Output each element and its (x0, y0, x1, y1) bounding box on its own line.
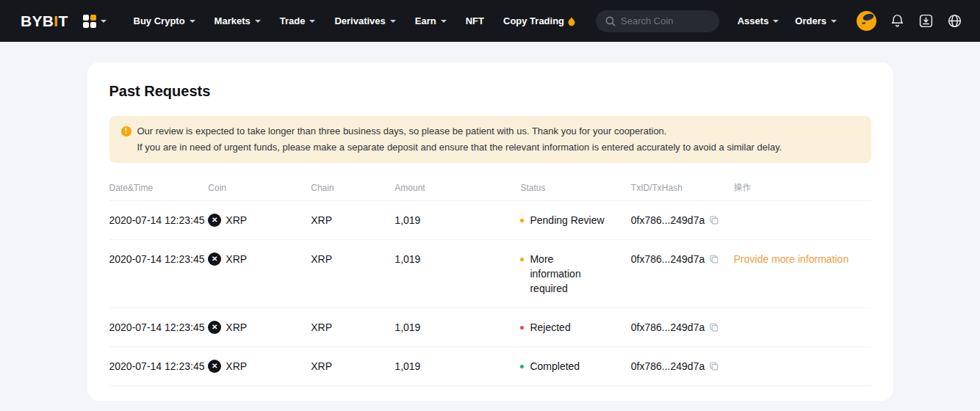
provide-more-information-link[interactable]: Provide more information (734, 253, 849, 265)
chevron-down-icon (101, 20, 107, 23)
table-row: 2020-07-14 12:23:45 ✕ XRP XRP 1,019 Comp… (109, 347, 871, 386)
nav-earn[interactable]: Earn (406, 15, 456, 26)
warning-icon: ! (121, 126, 131, 137)
nav-label: Assets (738, 15, 769, 26)
cell-status: Rejected (520, 320, 630, 335)
cell-chain: XRP (311, 359, 394, 374)
cell-txid: 0fx786...249d7a (631, 213, 734, 228)
cell-txid: 0fx786...249d7a (631, 320, 734, 335)
bybit-logo[interactable]: BYBIT (21, 12, 68, 30)
xrp-coin-icon: ✕ (208, 214, 221, 227)
status-dot (520, 219, 524, 222)
chevron-down-icon (390, 20, 396, 23)
table-row: 2020-07-14 12:23:45 ✕ XRP XRP 1,019 Reje… (109, 308, 871, 347)
cell-coin: ✕ XRP (208, 252, 311, 266)
nav-trade[interactable]: Trade (270, 15, 325, 26)
header-action: 操作 (734, 181, 867, 194)
cell-coin: ✕ XRP (208, 359, 311, 374)
cell-action: Provide more information (734, 252, 867, 266)
apps-menu-button[interactable] (83, 15, 107, 28)
cell-txid: 0fx786...249d7a (631, 252, 734, 266)
main-nav: Buy Crypto Markets Trade Derivatives Ear… (124, 15, 586, 26)
notice-line-1: Our review is expected to take longer th… (137, 123, 782, 139)
notifications-bell-icon[interactable] (890, 13, 905, 29)
cell-txid: 0fx786...249d7a (631, 359, 734, 374)
past-requests-table: Date&Time Coin Chain Amount Status TxID/… (109, 175, 871, 386)
xrp-coin-icon: ✕ (208, 252, 221, 266)
cell-status: Completed (520, 359, 630, 374)
status-label: Completed (530, 359, 580, 374)
nav-markets[interactable]: Markets (205, 15, 270, 26)
cell-datetime: 2020-07-14 12:23:45 (109, 359, 209, 374)
nav-label: Trade (280, 15, 306, 26)
copy-icon[interactable] (709, 215, 719, 225)
chevron-down-icon (190, 20, 195, 23)
nav-assets[interactable]: Assets (729, 15, 788, 26)
header-coin: Coin (208, 183, 311, 193)
table-header-row: Date&Time Coin Chain Amount Status TxID/… (109, 175, 871, 201)
nav-label: Derivatives (334, 15, 385, 26)
nav-nft[interactable]: NFT (456, 15, 494, 26)
header-status: Status (520, 183, 630, 193)
cell-datetime: 2020-07-14 12:23:45 (109, 320, 209, 335)
nav-buy-crypto[interactable]: Buy Crypto (124, 15, 205, 26)
cell-chain: XRP (311, 213, 394, 228)
cell-chain: XRP (311, 252, 394, 266)
copy-icon[interactable] (709, 361, 719, 371)
table-row: 2020-07-14 12:23:45 ✕ XRP XRP 1,019 More… (109, 240, 871, 308)
copy-icon[interactable] (709, 254, 719, 264)
nav-label: Markets (215, 15, 251, 26)
coin-label: XRP (226, 252, 247, 266)
flame-icon (567, 16, 576, 26)
user-avatar[interactable] (857, 11, 876, 31)
xrp-coin-icon: ✕ (208, 360, 221, 373)
cell-coin: ✕ XRP (208, 213, 311, 228)
status-label: Rejected (530, 320, 570, 335)
txid-value: 0fx786...249d7a (631, 213, 705, 228)
navbar-right: Assets Orders (729, 11, 962, 31)
chevron-down-icon (255, 20, 261, 23)
chevron-down-icon (773, 20, 779, 23)
past-requests-card: Past Requests ! Our review is expected t… (87, 62, 893, 401)
chevron-down-icon (441, 20, 447, 23)
cell-status: More information required (520, 252, 630, 296)
nav-derivatives[interactable]: Derivatives (325, 15, 405, 26)
status-dot (520, 365, 524, 368)
header-datetime: Date&Time (109, 183, 209, 193)
cell-amount: 1,019 (394, 359, 520, 374)
cell-amount: 1,019 (394, 213, 520, 228)
nav-label: NFT (466, 15, 484, 26)
cell-amount: 1,019 (394, 252, 520, 266)
header-txid: TxID/TxHash (631, 183, 734, 193)
header-amount: Amount (394, 183, 520, 193)
xrp-coin-icon: ✕ (208, 321, 221, 334)
nav-copy-trading[interactable]: Copy Trading (494, 15, 586, 26)
status-label: Pending Review (530, 213, 604, 228)
cell-datetime: 2020-07-14 12:23:45 (109, 213, 209, 228)
page-title: Past Requests (109, 83, 871, 100)
nav-label: Orders (795, 15, 826, 26)
top-navbar: BYBIT Buy Crypto Markets Trade Derivativ… (0, 0, 980, 42)
apps-grid-icon (83, 15, 96, 28)
coin-label: XRP (226, 359, 247, 374)
table-row: 2020-07-14 12:23:45 ✕ XRP XRP 1,019 Pend… (109, 201, 871, 240)
txid-value: 0fx786...249d7a (631, 359, 705, 374)
copy-icon[interactable] (709, 322, 719, 332)
language-globe-icon[interactable] (947, 13, 962, 29)
status-dot (520, 326, 524, 330)
logo-text: BYB (21, 12, 54, 29)
download-app-icon[interactable] (918, 13, 934, 29)
status-label: More information required (530, 252, 604, 296)
coin-label: XRP (226, 213, 247, 228)
status-dot (520, 258, 524, 261)
notice-line-2: If you are in need of urgent funds, plea… (137, 139, 782, 156)
table-body: 2020-07-14 12:23:45 ✕ XRP XRP 1,019 Pend… (109, 201, 871, 386)
nav-label: Copy Trading (503, 15, 564, 26)
cell-amount: 1,019 (394, 320, 520, 335)
chevron-down-icon (309, 20, 315, 23)
txid-value: 0fx786...249d7a (631, 320, 705, 335)
coin-label: XRP (226, 320, 247, 335)
cell-datetime: 2020-07-14 12:23:45 (109, 252, 209, 266)
nav-orders[interactable]: Orders (787, 15, 845, 26)
nav-label: Buy Crypto (134, 15, 185, 26)
